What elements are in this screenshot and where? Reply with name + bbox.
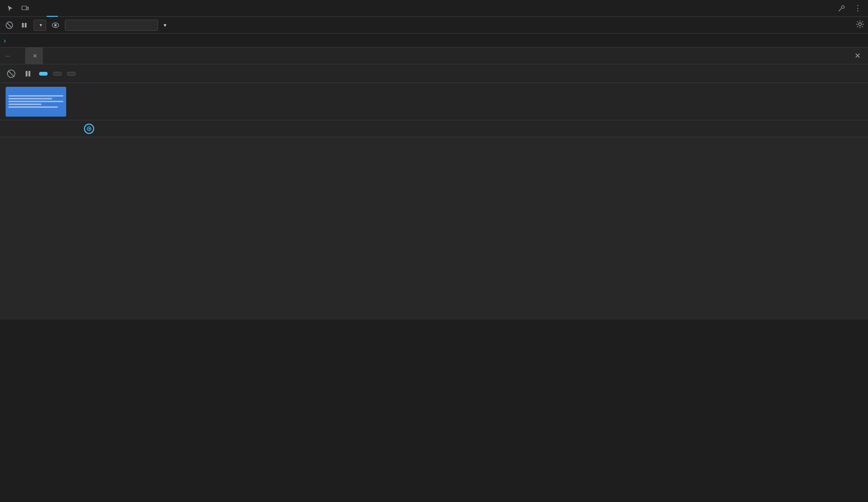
settings-icon[interactable] (856, 20, 864, 30)
tab-elements[interactable] (34, 0, 45, 17)
sub-tab-console[interactable] (13, 48, 24, 64)
tab-network[interactable] (73, 0, 84, 17)
context-selector[interactable]: ▾ (34, 20, 46, 31)
svg-rect-13 (28, 71, 30, 77)
svg-point-2 (841, 6, 844, 8)
timeline-wrapper (0, 120, 868, 502)
tab-sources[interactable] (60, 0, 71, 17)
console-toolbar: ▾ ▾ (0, 17, 868, 34)
speed-25-button[interactable] (53, 72, 62, 76)
pause-button[interactable] (22, 68, 34, 79)
prompt-arrow-icon: › (4, 37, 6, 44)
svg-rect-0 (22, 6, 27, 10)
console-prompt: › (0, 34, 868, 48)
svg-point-8 (55, 24, 56, 26)
svg-rect-5 (22, 23, 24, 28)
eye-icon[interactable] (50, 20, 61, 31)
more-tabs-button[interactable]: ··· (4, 51, 12, 61)
svg-rect-12 (26, 71, 28, 77)
preview-thumbnail[interactable] (6, 87, 66, 117)
tab-js-profiler[interactable] (151, 0, 162, 17)
animation-rows (0, 137, 868, 320)
preview-line-5 (8, 106, 58, 108)
animation-preview (0, 83, 868, 120)
speed-100-button[interactable] (39, 72, 48, 76)
svg-line-4 (7, 23, 11, 27)
tab-memory[interactable] (99, 0, 110, 17)
device-icon[interactable] (19, 2, 32, 15)
filter-input[interactable] (65, 20, 158, 31)
tab-security[interactable] (125, 0, 136, 17)
timeline-ruler (0, 120, 868, 137)
level-dropdown-icon: ▾ (164, 22, 166, 28)
ruler-spacer (0, 124, 98, 134)
empty-timeline-area (0, 320, 868, 502)
devtools-tab-bar: ⋮ (0, 0, 868, 17)
tabs-right-actions: ⋮ (834, 2, 864, 15)
main-content: ··· ✕ ✕ (0, 48, 868, 502)
sub-tabs-bar: ··· ✕ ✕ (0, 48, 868, 64)
cursor-icon[interactable] (4, 2, 17, 15)
preview-line-2 (8, 98, 52, 99)
preview-line-3 (8, 101, 63, 102)
preview-line-1 (8, 95, 63, 97)
svg-rect-1 (27, 7, 28, 10)
playhead-icon[interactable] (84, 124, 94, 134)
svg-point-9 (859, 23, 861, 26)
play-button[interactable] (19, 20, 30, 31)
dropdown-arrow-icon: ▾ (40, 22, 42, 28)
speed-10-button[interactable] (67, 72, 76, 76)
animation-controls (0, 64, 868, 83)
close-panel-button[interactable]: ✕ (851, 51, 864, 60)
tab-application[interactable] (112, 0, 123, 17)
tab-audits[interactable] (138, 0, 149, 17)
dock-icon[interactable] (834, 2, 847, 15)
preview-line-4 (8, 104, 41, 105)
sub-tab-animations[interactable]: ✕ (25, 48, 43, 64)
tab-performance[interactable] (86, 0, 97, 17)
ruler-ticks (98, 120, 868, 137)
svg-line-11 (8, 70, 14, 77)
clear-console-button[interactable] (4, 20, 15, 31)
more-icon[interactable]: ⋮ (851, 2, 864, 15)
tab-console[interactable] (47, 0, 58, 17)
svg-rect-6 (25, 23, 27, 28)
close-animations-tab[interactable]: ✕ (33, 53, 37, 59)
block-icon[interactable] (6, 68, 17, 79)
log-level-selector[interactable]: ▾ (162, 22, 166, 28)
